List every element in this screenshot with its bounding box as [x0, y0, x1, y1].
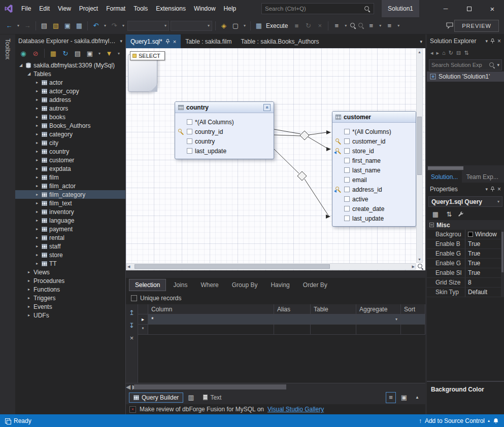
tab-table-film[interactable]: Table : sakila.film: [181, 34, 236, 48]
tab-joins[interactable]: Joins: [167, 279, 193, 291]
column-row[interactable]: first_name: [332, 156, 416, 165]
scrollbar-thumb[interactable]: [417, 117, 422, 175]
scroll-right-icon[interactable]: ▶: [412, 264, 415, 269]
scrollbar-thumb[interactable]: [134, 384, 286, 389]
tree-item-actor[interactable]: actor: [15, 78, 125, 87]
column-row[interactable]: country: [175, 136, 274, 146]
property-row[interactable]: Skin Typ Default: [427, 288, 504, 297]
tree-item-autrors[interactable]: autrors: [15, 104, 125, 113]
expander-icon[interactable]: [35, 253, 40, 257]
expander-icon[interactable]: [35, 97, 40, 102]
solution-search-input[interactable]: [431, 62, 487, 68]
column-row[interactable]: *(All Columns): [175, 117, 274, 127]
tab-where[interactable]: Where: [194, 279, 224, 291]
menu-format[interactable]: Format: [102, 0, 129, 17]
tab-query1[interactable]: Query1.sql* ×: [126, 34, 181, 48]
expander-icon[interactable]: [35, 261, 40, 266]
alphabetical-sort-icon[interactable]: ⇅: [444, 208, 454, 220]
zoom-in-icon[interactable]: [350, 22, 356, 29]
property-row-background[interactable]: Backgrou Window: [427, 230, 504, 239]
pin-icon[interactable]: [165, 39, 170, 44]
results-caret-icon[interactable]: ▾: [343, 20, 348, 31]
full-view-icon[interactable]: ▣: [399, 392, 409, 403]
property-row[interactable]: Enable G True: [427, 259, 504, 268]
scroll-left-icon[interactable]: ◀: [126, 383, 130, 390]
column-row[interactable]: create_date: [332, 204, 416, 214]
execute-button[interactable]: Execute: [266, 22, 288, 29]
menu-tools[interactable]: Tools: [129, 0, 152, 17]
expander-icon[interactable]: [26, 72, 31, 76]
cell-alias[interactable]: [274, 325, 311, 335]
expander-icon[interactable]: [35, 235, 40, 240]
column-checkbox[interactable]: [344, 187, 350, 192]
cell-sort[interactable]: [401, 325, 425, 335]
menu-project[interactable]: Project: [75, 0, 102, 17]
expander-icon[interactable]: [18, 63, 23, 67]
expander-icon[interactable]: [35, 166, 40, 171]
header-sort[interactable]: Sort: [401, 304, 425, 314]
vertical-scrollbar[interactable]: ▲ ▼: [416, 49, 423, 263]
navigate-back-icon[interactable]: ←: [4, 20, 14, 31]
expander-icon[interactable]: [35, 218, 40, 223]
column-checkbox[interactable]: [344, 129, 350, 134]
scrollbar-thumb[interactable]: [501, 232, 503, 272]
add-to-source-control-button[interactable]: Add to Source Control: [425, 417, 485, 424]
delete-row-icon[interactable]: ×: [127, 334, 137, 342]
menu-file[interactable]: File: [17, 0, 35, 17]
expander-icon[interactable]: [35, 80, 40, 85]
diagram-table-country[interactable]: country *(All Columns) country_id countr…: [175, 101, 274, 159]
undo-caret-icon[interactable]: ▾: [103, 20, 108, 31]
menu-help[interactable]: Help: [220, 0, 241, 17]
filter-icon[interactable]: ▼: [104, 48, 114, 58]
sync-icon[interactable]: ⇅: [464, 50, 468, 56]
tree-item-inventory[interactable]: inventory: [15, 207, 125, 216]
pin-icon[interactable]: [490, 39, 495, 44]
column-checkbox[interactable]: [187, 119, 192, 125]
save-icon[interactable]: ▣: [62, 20, 73, 31]
collapse-panel-icon[interactable]: ▲: [412, 392, 422, 403]
feedback-icon[interactable]: [446, 22, 453, 29]
expander-icon[interactable]: [35, 192, 40, 197]
cell-table[interactable]: [311, 314, 356, 325]
expander-icon[interactable]: [35, 123, 40, 128]
home-icon[interactable]: ⌂: [442, 50, 446, 56]
property-value[interactable]: Window: [465, 230, 504, 239]
header-column[interactable]: Column: [148, 304, 274, 314]
cell-table[interactable]: [311, 325, 356, 335]
minimize-button[interactable]: ─: [434, 0, 457, 17]
expander-icon[interactable]: [35, 149, 40, 154]
expander-icon[interactable]: [35, 175, 40, 180]
split-view-icon[interactable]: ≡: [386, 392, 396, 403]
expander-icon[interactable]: [35, 227, 40, 231]
tree-item-country[interactable]: country: [15, 147, 125, 156]
tab-table-books-authors[interactable]: Table : sakila.Books_Authors: [237, 34, 324, 48]
categorized-icon[interactable]: ▦: [430, 208, 441, 220]
execute-icon[interactable]: ▦: [254, 20, 264, 31]
expander-icon[interactable]: [26, 313, 31, 317]
column-checkbox[interactable]: [344, 196, 350, 202]
expander-icon[interactable]: [35, 89, 40, 93]
expander-icon[interactable]: [26, 287, 31, 292]
tree-item-udfs[interactable]: UDFs: [15, 311, 125, 319]
grid-row-selected[interactable]: ▸ * ▾: [138, 314, 425, 325]
property-value[interactable]: True: [465, 268, 504, 277]
tree-item-film-category[interactable]: film_category: [15, 190, 125, 199]
expander-icon[interactable]: [35, 201, 40, 205]
column-row[interactable]: store_id: [332, 146, 416, 156]
expander-icon[interactable]: [35, 140, 40, 145]
tab-group-by[interactable]: Group By: [226, 279, 264, 291]
gallery-link[interactable]: Visual Studio Gallery: [267, 406, 324, 413]
tab-selection[interactable]: Selection: [129, 279, 166, 291]
close-panel-icon[interactable]: ×: [497, 186, 501, 193]
navigate-back-caret-icon[interactable]: ▾: [16, 20, 21, 31]
background-tasks-icon[interactable]: [5, 418, 10, 423]
connect-icon[interactable]: ◉: [18, 48, 28, 58]
database-combo[interactable]: ▾: [171, 21, 212, 31]
expander-icon[interactable]: [35, 209, 40, 214]
solution-explorer-header[interactable]: Solution Explorer ▾ ×: [427, 34, 504, 47]
solution-root-item[interactable]: Solution 'Solution1': [427, 72, 504, 82]
redo-icon[interactable]: ↷: [109, 20, 119, 31]
collapse-all-icon[interactable]: ⊟: [456, 50, 461, 56]
expander-icon[interactable]: [26, 278, 31, 283]
close-button[interactable]: ×: [481, 0, 504, 17]
